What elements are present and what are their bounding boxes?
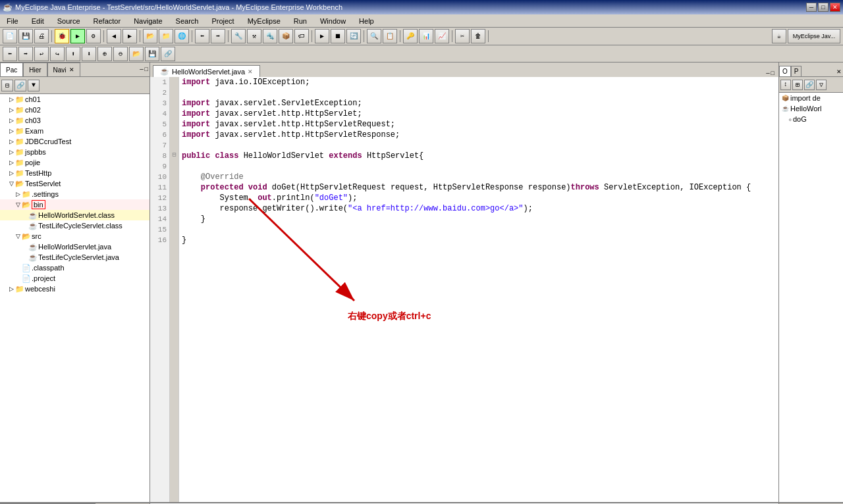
tool5[interactable]: ▶ — [122, 29, 137, 43]
editor-tab-label: HelloWorldServlet.java — [172, 68, 245, 76]
tb2-1[interactable]: ⬅ — [3, 47, 17, 61]
tree-item-pojie[interactable]: ▷ 📁 pojie — [0, 157, 150, 168]
tool23[interactable]: 📈 — [435, 29, 449, 43]
tool24[interactable]: ✂ — [455, 29, 470, 43]
menu-source[interactable]: Source — [53, 16, 84, 26]
tool7[interactable]: 📁 — [159, 29, 173, 43]
editor-max-btn[interactable]: □ — [771, 70, 775, 77]
rp-close-btn[interactable]: ✕ — [836, 68, 842, 75]
outline-item-class[interactable]: ☕ HelloWorl — [779, 103, 843, 114]
menu-search[interactable]: Search — [172, 16, 203, 26]
tb2-3[interactable]: ↩ — [34, 47, 49, 61]
link-with-editor-btn[interactable]: 🔗 — [14, 80, 26, 91]
tb2-2[interactable]: ➡ — [18, 47, 33, 61]
tree-item-jdbc[interactable]: ▷ 📁 JDBCcrudTest — [0, 136, 150, 147]
tb2-10[interactable]: 💾 — [145, 47, 159, 61]
print-button[interactable]: 🖨 — [34, 29, 49, 43]
rp-btn1[interactable]: ↕ — [780, 80, 791, 90]
tool25[interactable]: 🗑 — [471, 29, 485, 43]
maximize-button[interactable]: □ — [818, 3, 829, 12]
tb2-8[interactable]: ⊖ — [113, 47, 128, 61]
tool3[interactable]: ⚙ — [86, 29, 101, 43]
perspective-text[interactable]: MyEclipse Jav... — [788, 29, 840, 43]
tool21[interactable]: 🔑 — [403, 29, 418, 43]
tool20[interactable]: 📋 — [383, 29, 397, 43]
new-button[interactable]: 📄 — [3, 29, 17, 43]
menu-run[interactable]: Run — [290, 16, 311, 26]
tool17[interactable]: ⏹ — [331, 29, 345, 43]
menu-project[interactable]: Project — [207, 16, 238, 26]
tree-item-jspbbs[interactable]: ▷ 📁 jspbbs — [0, 147, 150, 157]
outline-item-import[interactable]: 📦 import de — [779, 93, 843, 103]
close-tab-btn[interactable]: ✕ — [248, 68, 253, 75]
tree-item-testservlet[interactable]: ▽ 📂 TestServlet — [0, 178, 150, 189]
rp-btn2[interactable]: ⊞ — [792, 80, 803, 90]
tool9[interactable]: ⬅ — [195, 29, 209, 43]
tree-item-testlifecyclejava[interactable]: ☕ TestLifeCycleServlet.java — [0, 252, 150, 263]
tb2-6[interactable]: ⬇ — [82, 47, 96, 61]
tool22[interactable]: 📊 — [419, 29, 433, 43]
menu-myeclipse[interactable]: MyEclipse — [244, 16, 285, 26]
minimize-panel-btn[interactable]: ─ — [140, 66, 143, 73]
tree-item-helloworldclass[interactable]: ☕ HelloWorldServlet.class — [0, 210, 150, 220]
tool11[interactable]: 🔧 — [231, 29, 246, 43]
tree-item-ch03[interactable]: ▷ 📁 ch03 — [0, 115, 150, 126]
tree-item-exam[interactable]: ▷ 📁 Exam — [0, 126, 150, 136]
tool6[interactable]: 📂 — [143, 29, 157, 43]
menu-refactor[interactable]: Refactor — [90, 16, 125, 26]
tab-package-explorer[interactable]: Pac — [0, 63, 23, 76]
tool4[interactable]: ◀ — [107, 29, 121, 43]
tb2-7[interactable]: ⊕ — [97, 47, 112, 61]
tool14[interactable]: 📦 — [279, 29, 293, 43]
collapse-all-btn[interactable]: ⊟ — [1, 80, 13, 91]
tree-item-classpath[interactable]: 📄 .classpath — [0, 263, 150, 273]
tree-item-bin[interactable]: ▽ 📂 bin — [0, 199, 150, 210]
tree-item-testhttp[interactable]: ▷ 📁 TestHttp — [0, 168, 150, 178]
rp-btn3[interactable]: 🔗 — [804, 80, 815, 90]
tb2-11[interactable]: 🔗 — [161, 47, 175, 61]
tree-item-ch01[interactable]: ▷ 📁 ch01 — [0, 94, 150, 105]
panel-menu-btn[interactable]: ▼ — [28, 80, 40, 91]
tree-item-testlifecycleclass[interactable]: ☕ TestLifeCycleServlet.class — [0, 220, 150, 231]
menu-window[interactable]: Window — [316, 16, 350, 26]
tool13[interactable]: 🔩 — [263, 29, 277, 43]
prop-tab[interactable]: P — [791, 66, 802, 76]
maximize-panel-btn[interactable]: □ — [145, 66, 148, 73]
tree-item-src[interactable]: ▽ 📂 src — [0, 231, 150, 241]
tree-item-helloworldjava[interactable]: ☕ HelloWorldServlet.java — [0, 241, 150, 252]
tool12[interactable]: ⚒ — [247, 29, 261, 43]
editor-min-btn[interactable]: ─ — [766, 70, 769, 77]
tool18[interactable]: 🔄 — [346, 29, 361, 43]
debug-button[interactable]: 🐞 — [55, 29, 69, 43]
tab-hierarchy[interactable]: Hier — [23, 63, 47, 76]
tool19[interactable]: 🔍 — [367, 29, 381, 43]
rp-btn4[interactable]: ▽ — [816, 80, 827, 90]
tool16[interactable]: ▶ — [315, 29, 329, 43]
tb2-4[interactable]: ↪ — [50, 47, 65, 61]
close-button[interactable]: ✕ — [830, 3, 840, 12]
save-button[interactable]: 💾 — [18, 29, 33, 43]
menu-edit[interactable]: Edit — [28, 16, 48, 26]
code-editor[interactable]: 12345 678910 1112131415 16 ⊟ import java… — [150, 77, 778, 502]
tree-item-settings[interactable]: ▷ 📁 .settings — [0, 189, 150, 199]
run-button[interactable]: ▶ — [70, 29, 85, 43]
minimize-button[interactable]: ─ — [806, 3, 817, 12]
tb2-9[interactable]: 📂 — [129, 47, 144, 61]
tb2-5[interactable]: ⬆ — [66, 47, 80, 61]
code-content[interactable]: import java.io.IOException; import javax… — [179, 77, 778, 502]
tab-navigator[interactable]: Navi ✕ — [47, 63, 80, 76]
perspective-btn[interactable]: ☕ — [772, 29, 786, 43]
tree-item-ch02[interactable]: ▷ 📁 ch02 — [0, 105, 150, 115]
tool8[interactable]: 🌐 — [175, 29, 189, 43]
menu-help[interactable]: Help — [355, 16, 378, 26]
tool10[interactable]: ➡ — [211, 29, 225, 43]
menu-navigate[interactable]: Navigate — [130, 16, 166, 26]
tool15[interactable]: 🏷 — [294, 29, 309, 43]
title-bar: ☕ MyEclipse Java Enterprise - TestServle… — [0, 0, 843, 14]
outline-item-method[interactable]: ⬦ doG — [779, 114, 843, 124]
editor-tab-helloworld[interactable]: ☕ HelloWorldServlet.java ✕ — [153, 65, 260, 77]
menu-file[interactable]: File — [3, 16, 22, 26]
tree-item-project[interactable]: 📄 .project — [0, 273, 150, 284]
outline-tab[interactable]: O — [779, 66, 791, 76]
tree-item-webceshi[interactable]: ▷ 📁 webceshi — [0, 284, 150, 294]
